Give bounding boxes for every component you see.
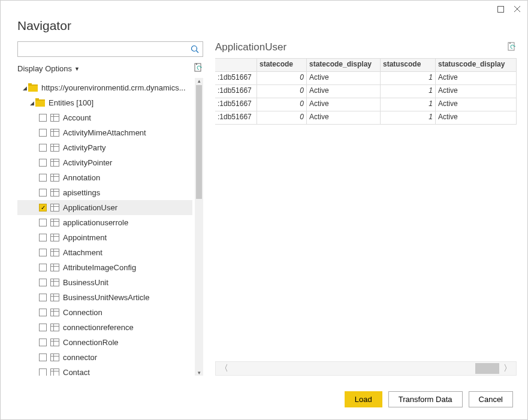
tree-entity-node[interactable]: connectionreference <box>17 320 192 335</box>
checkbox[interactable] <box>39 144 47 152</box>
entity-label: ActivityPointer <box>63 158 192 167</box>
col-header[interactable]: statecode <box>257 59 307 71</box>
search-input[interactable] <box>18 45 187 54</box>
tree-entity-node[interactable]: ActivityMimeAttachment <box>17 125 192 140</box>
close-icon[interactable] <box>513 5 521 13</box>
table-icon <box>50 353 59 361</box>
checkbox[interactable] <box>39 339 47 346</box>
entity-label: Annotation <box>63 173 192 182</box>
tree-entity-node[interactable]: Attachment <box>17 245 192 260</box>
preview-title: ApplicationUser <box>215 41 286 53</box>
grid-row: :1db516670Active1Active <box>215 111 517 125</box>
svg-rect-0 <box>497 6 503 12</box>
checkbox[interactable] <box>39 353 47 361</box>
collapse-icon[interactable]: ◢ <box>21 85 28 91</box>
checkbox[interactable] <box>39 264 47 271</box>
tree-group-node[interactable]: ◢ Entities [100] <box>17 95 192 110</box>
navigator-dialog: Navigator Display Options ▼ <box>0 0 528 420</box>
entity-label: BusinessUnitNewsArticle <box>63 293 192 302</box>
display-options-dropdown[interactable]: Display Options ▼ <box>17 64 80 73</box>
table-icon <box>50 159 59 167</box>
collapse-icon[interactable]: ◢ <box>28 100 35 106</box>
entity-label: ActivityMimeAttachment <box>63 128 192 137</box>
svg-point-3 <box>192 46 197 52</box>
tree-entity-node[interactable]: Annotation <box>17 170 192 185</box>
tree-entity-node[interactable]: BusinessUnitNewsArticle <box>17 290 192 305</box>
col-header[interactable]: statecode_display <box>307 59 381 71</box>
cancel-button[interactable]: Cancel <box>469 391 513 407</box>
tree-entity-node[interactable]: ActivityPointer <box>17 155 192 170</box>
table-icon <box>50 219 59 226</box>
refresh-icon[interactable] <box>194 63 203 74</box>
scroll-down-icon[interactable]: ▾ <box>195 370 203 376</box>
checkbox[interactable] <box>39 174 47 182</box>
preview-panel: ApplicationUser statecode statecode_disp… <box>215 41 517 376</box>
scroll-thumb[interactable] <box>196 85 202 199</box>
cell: 1 <box>381 85 436 98</box>
checkbox[interactable] <box>39 129 47 137</box>
tree-entity-node[interactable]: ✓ApplicationUser <box>17 200 192 215</box>
preview-options-icon[interactable] <box>507 42 517 53</box>
tree-entity-node[interactable]: ActivityParty <box>17 140 192 155</box>
checkbox[interactable] <box>39 309 47 316</box>
root-label: https://yourenvironmentid.crm.dynamics..… <box>41 83 192 92</box>
entity-tree[interactable]: ◢ https://yourenvironmentid.crm.dynamics… <box>17 78 192 376</box>
cell: :1db51667 <box>215 85 257 98</box>
scroll-up-icon[interactable]: ▴ <box>195 78 203 84</box>
cell: :1db51667 <box>215 72 257 84</box>
tree-entity-node[interactable]: connector <box>17 350 192 365</box>
footer: Load Transform Data Cancel <box>1 384 527 419</box>
table-icon <box>50 294 59 301</box>
checkbox[interactable] <box>39 249 47 256</box>
checkbox[interactable] <box>39 219 47 226</box>
tree-entity-node[interactable]: Appointment <box>17 230 192 245</box>
table-icon <box>50 309 59 316</box>
scroll-thumb[interactable] <box>475 363 499 374</box>
horizontal-scrollbar[interactable]: 〈 〉 <box>215 361 517 376</box>
col-header[interactable]: statuscode <box>381 59 436 71</box>
cell: Active <box>307 98 381 111</box>
display-options-label: Display Options <box>17 64 72 73</box>
scroll-right-icon[interactable]: 〉 <box>499 363 516 374</box>
col-header[interactable]: statuscode_display <box>436 59 517 71</box>
tree-entity-node[interactable]: Connection <box>17 305 192 320</box>
checkbox[interactable] <box>39 324 47 331</box>
tree-scrollbar[interactable]: ▴ ▾ <box>195 78 203 376</box>
table-icon <box>50 174 59 182</box>
entity-label: BusinessUnit <box>63 278 192 287</box>
scroll-left-icon[interactable]: 〈 <box>216 363 233 374</box>
search-icon[interactable] <box>187 45 203 53</box>
checkbox[interactable] <box>39 159 47 167</box>
tree-entity-node[interactable]: apisettings <box>17 185 192 200</box>
tree-entity-node[interactable]: BusinessUnit <box>17 275 192 290</box>
tree-root-node[interactable]: ◢ https://yourenvironmentid.crm.dynamics… <box>17 80 192 95</box>
maximize-icon[interactable] <box>496 5 505 13</box>
page-title: Navigator <box>1 14 527 41</box>
search-box[interactable] <box>17 41 203 57</box>
cell: Active <box>307 72 381 84</box>
titlebar <box>1 1 527 14</box>
load-button[interactable]: Load <box>345 391 382 407</box>
table-icon <box>50 324 59 331</box>
svg-rect-5 <box>195 64 201 71</box>
tree-entity-node[interactable]: ConnectionRole <box>17 335 192 350</box>
tree-entity-node[interactable]: Contact <box>17 365 192 376</box>
tree-entity-node[interactable]: Account <box>17 110 192 125</box>
col-header[interactable] <box>215 59 257 71</box>
transform-data-button[interactable]: Transform Data <box>388 391 463 407</box>
checkbox[interactable] <box>39 294 47 301</box>
tree-entity-node[interactable]: applicationuserrole <box>17 215 192 230</box>
grid-row: :1db516670Active1Active <box>215 72 517 85</box>
cell: Active <box>436 98 517 111</box>
checkbox[interactable] <box>39 234 47 241</box>
folder-icon <box>28 84 38 92</box>
cell: :1db51667 <box>215 111 257 124</box>
scroll-track[interactable] <box>233 362 499 375</box>
tree-entity-node[interactable]: AttributeImageConfig <box>17 260 192 275</box>
checkbox[interactable] <box>39 189 47 197</box>
checkbox[interactable] <box>39 114 47 122</box>
checkbox[interactable] <box>39 368 47 376</box>
checkbox[interactable] <box>39 279 47 286</box>
checkbox[interactable]: ✓ <box>39 204 47 211</box>
cell: Active <box>436 111 517 124</box>
